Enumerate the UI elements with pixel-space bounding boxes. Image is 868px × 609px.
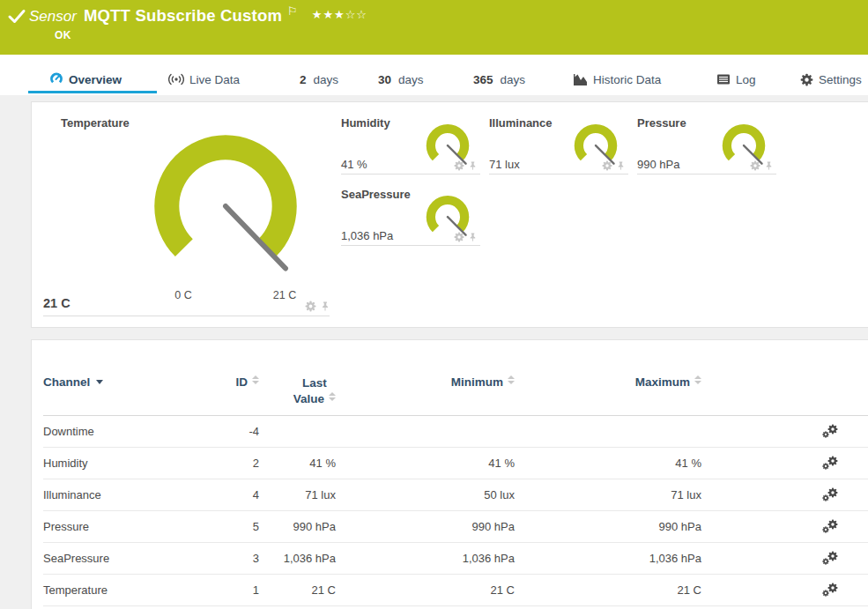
table-row-humidity: Humidity 2 41 % 41 % 41 % <box>43 447 868 479</box>
channel-settings-icon[interactable] <box>305 301 316 312</box>
tab-overview-label: Overview <box>69 73 122 86</box>
gauge-value-illuminance: 71 lux <box>489 158 520 171</box>
sort-icon <box>252 375 259 384</box>
column-header-id-label: ID <box>236 375 249 389</box>
channel-id: -4 <box>184 415 259 447</box>
column-header-maximum[interactable]: Maximum <box>515 356 701 415</box>
channel-table: Channel ID Last Value Minimum Maximum <box>43 356 868 606</box>
divider <box>341 245 480 246</box>
channel-settings-gears-icon[interactable] <box>822 456 839 471</box>
gauge-icon <box>49 72 63 86</box>
gear-icon <box>800 73 813 86</box>
channel-settings-gears-icon[interactable] <box>822 583 839 598</box>
pin-icon[interactable] <box>468 160 478 171</box>
channel-name: Downtime <box>43 415 184 447</box>
tab-30-days-unit: days <box>398 73 424 86</box>
sort-icon <box>694 375 701 384</box>
channel-maximum: 1,036 hPa <box>515 542 701 574</box>
priority-rating[interactable]: ★★★☆☆ <box>312 8 367 21</box>
column-header-id[interactable]: ID <box>184 356 259 415</box>
gauge-title-pressure: Pressure <box>637 116 686 130</box>
object-type-label: Sensor <box>29 8 77 26</box>
stars-filled[interactable]: ★★★ <box>312 8 345 21</box>
channel-id: 5 <box>184 510 259 542</box>
channel-minimum: 50 lux <box>336 479 515 510</box>
tab-30-days[interactable]: 30 days <box>378 71 424 88</box>
pin-icon[interactable] <box>764 160 774 171</box>
tab-2-days-number: 2 <box>300 73 307 86</box>
tab-live-data[interactable]: Live Data <box>168 71 240 88</box>
gauges-panel: Temperature 0 C 21 C 21 C Humidity 41 % … <box>31 101 868 328</box>
gauge-actions-temperature <box>305 301 330 312</box>
prtg-sensor-overview-page: { "colors": { "brand_lime": "#b5c31b", "… <box>0 0 868 609</box>
table-row-seapressure: SeaPressure 3 1,036 hPa 1,036 hPa 1,036 … <box>43 542 868 574</box>
pin-icon[interactable] <box>616 160 626 171</box>
column-header-minimum[interactable]: Minimum <box>336 356 515 415</box>
channel-last-value: 41 % <box>259 447 336 479</box>
pin-icon[interactable] <box>468 232 478 242</box>
channel-settings-gears-icon[interactable] <box>822 424 839 439</box>
channel-last-value: 71 lux <box>259 479 336 510</box>
gauge-value-seapressure: 1,036 hPa <box>341 229 393 242</box>
gauge-actions-humidity <box>454 160 478 171</box>
channel-settings-gears-icon[interactable] <box>822 487 839 502</box>
sort-icon <box>508 375 515 384</box>
tab-live-data-label: Live Data <box>189 73 240 86</box>
channel-last-value: 21 C <box>259 574 336 605</box>
gauge-actions-seapressure <box>454 232 478 242</box>
tab-historic-data-label: Historic Data <box>593 73 661 86</box>
gauge-actions-pressure <box>750 160 774 171</box>
gauge-value-pressure: 990 hPa <box>637 158 679 171</box>
stars-empty[interactable]: ☆☆ <box>345 8 367 21</box>
gauge-value-humidity: 41 % <box>341 158 367 171</box>
channel-settings-gears-icon[interactable] <box>822 551 839 566</box>
channel-minimum <box>336 415 515 447</box>
tab-30-days-number: 30 <box>378 73 391 86</box>
pin-icon[interactable] <box>320 301 330 312</box>
status-badge: OK <box>55 29 71 41</box>
flag-icon[interactable]: ⚐ <box>287 4 298 18</box>
page-title: MQTT Subscribe Custom <box>84 6 282 26</box>
channel-id: 1 <box>184 574 259 605</box>
column-header-minimum-label: Minimum <box>451 375 503 389</box>
channel-name: SeaPressure <box>43 542 184 574</box>
channel-settings-icon[interactable] <box>750 160 760 171</box>
channel-minimum: 21 C <box>336 574 515 605</box>
tab-365-days-unit: days <box>501 73 526 86</box>
channel-settings-gears-icon[interactable] <box>822 519 839 534</box>
tab-log[interactable]: Log <box>716 71 756 88</box>
gauge-title-illuminance: Illuminance <box>489 116 553 130</box>
log-list-icon <box>716 73 731 85</box>
channel-settings-icon[interactable] <box>454 232 464 242</box>
column-header-last-label: Last <box>302 376 327 390</box>
column-header-last-value[interactable]: Last Value <box>259 356 336 415</box>
channel-name: Illuminance <box>43 479 184 510</box>
tab-2-days[interactable]: 2 days <box>300 71 338 88</box>
channel-minimum: 1,036 hPa <box>336 542 515 574</box>
divider <box>43 316 330 316</box>
divider <box>637 174 776 175</box>
tab-overview[interactable]: Overview <box>49 71 122 88</box>
channel-minimum: 41 % <box>336 447 515 479</box>
gauge-scale-max: 21 C <box>263 289 306 301</box>
tab-settings[interactable]: Settings <box>800 71 862 88</box>
channel-name: Temperature <box>43 574 184 605</box>
broadcast-icon <box>168 72 184 86</box>
divider <box>489 174 628 175</box>
channel-settings-icon[interactable] <box>602 160 612 171</box>
tab-365-days[interactable]: 365 days <box>473 71 525 88</box>
tab-bar: Overview Live Data 2 days 30 days 365 da… <box>0 55 868 95</box>
channel-settings-icon[interactable] <box>454 160 464 171</box>
channel-name: Humidity <box>43 447 184 479</box>
table-row-downtime: Downtime -4 <box>43 415 868 447</box>
channel-id: 3 <box>184 542 259 574</box>
sort-desc-caret-icon <box>96 380 103 384</box>
channel-maximum: 990 hPa <box>515 510 701 542</box>
tab-historic-data[interactable]: Historic Data <box>573 71 661 88</box>
column-header-channel[interactable]: Channel <box>43 356 184 415</box>
table-row-pressure: Pressure 5 990 hPa 990 hPa 990 hPa <box>43 510 868 542</box>
column-header-maximum-label: Maximum <box>635 375 690 389</box>
channel-maximum: 21 C <box>515 574 701 605</box>
channel-name: Pressure <box>43 510 184 542</box>
channel-minimum: 990 hPa <box>336 510 515 542</box>
